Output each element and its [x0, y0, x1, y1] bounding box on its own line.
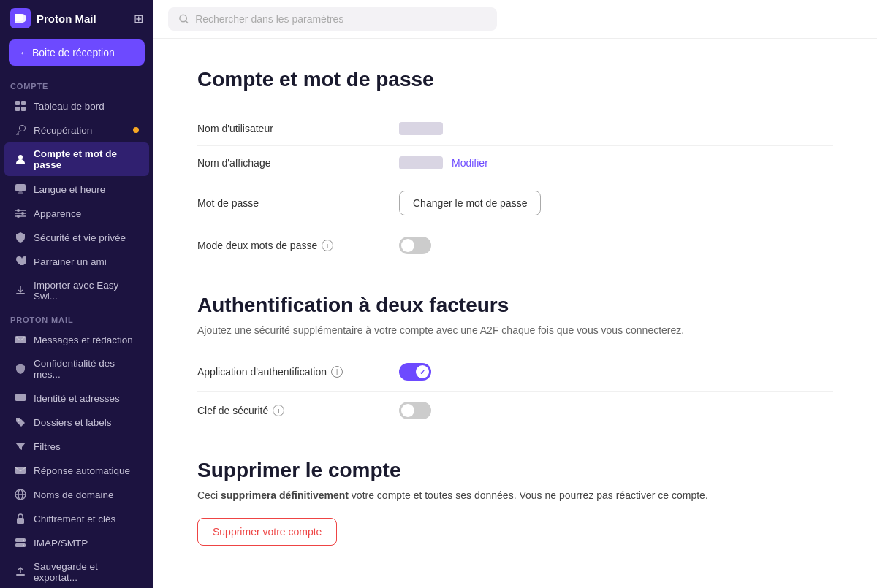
svg-point-9: [17, 215, 20, 218]
delete-account-block: Supprimer le compte Ceci supprimera défi…: [197, 459, 833, 546]
svg-rect-11: [15, 336, 26, 343]
svg-rect-3: [15, 107, 20, 111]
user-icon: [15, 153, 26, 165]
sidebar-item-importer[interactable]: Importer avec Easy Swi...: [4, 274, 149, 308]
username-value: [399, 122, 833, 135]
svg-rect-23: [16, 574, 25, 576]
sidebar-item-label: Réponse automatique: [34, 465, 130, 476]
sidebar-item-recuperation[interactable]: Récupération: [4, 118, 149, 142]
username-label: Nom d'utilisateur: [197, 123, 387, 134]
globe-icon: [15, 489, 26, 500]
sidebar-item-label: Importer avec Easy Swi...: [34, 280, 139, 302]
two-password-toggle[interactable]: [399, 237, 431, 254]
chat-icon: [15, 183, 26, 195]
sidebar-item-label: Sécurité et vie privée: [34, 232, 126, 243]
sidebar-header: Proton Mail ⊞: [0, 0, 153, 37]
sidebar-item-label: Compte et mot de passe: [34, 148, 139, 170]
two-factor-block: Authentification à deux facteurs Ajoutez…: [197, 294, 833, 429]
auth-app-info-icon[interactable]: i: [331, 366, 343, 378]
sidebar-item-label: Récupération: [34, 125, 92, 136]
sidebar-item-label: Apparence: [34, 208, 81, 219]
sidebar-item-securite[interactable]: Sécurité et vie privée: [4, 226, 149, 249]
sidebar-section-compte: Compte Tableau de bord Récupération Comp…: [0, 75, 153, 177]
inbox-button[interactable]: ← Boite de réception: [9, 39, 145, 66]
sidebar-item-imap[interactable]: IMAP/SMTP: [4, 531, 149, 554]
sidebar-item-messages[interactable]: Messages et rédaction: [4, 328, 149, 351]
sidebar-item-label: Sauvegarde et exportat...: [34, 561, 139, 583]
username-row: Nom d'utilisateur: [197, 112, 833, 146]
sidebar-item-parrainer[interactable]: Parrainer un ami: [4, 250, 149, 273]
notification-badge: [133, 127, 139, 133]
search-box: [168, 7, 497, 31]
toggle-knob: [416, 365, 429, 378]
security-key-label: Clef de sécurité i: [197, 405, 387, 416]
sidebar-item-label: Messages et rédaction: [34, 335, 133, 345]
shield-icon: [15, 232, 26, 243]
server-icon: [15, 537, 26, 549]
download-icon: [15, 285, 26, 297]
svg-rect-2: [21, 101, 26, 105]
sidebar-item-compte[interactable]: Compte et mot de passe: [4, 142, 149, 176]
sidebar-item-label: Parrainer un ami: [34, 256, 107, 267]
password-value: Changer le mot de passe: [399, 191, 833, 215]
sidebar-item-label: Tableau de bord: [34, 101, 105, 112]
display-name-redacted: [399, 156, 443, 169]
svg-point-21: [23, 540, 24, 541]
sliders-icon: [15, 207, 26, 219]
apps-icon[interactable]: ⊞: [134, 12, 143, 26]
auth-app-toggle[interactable]: [399, 363, 431, 381]
svg-point-8: [21, 212, 24, 215]
filter-icon: [15, 440, 26, 452]
sidebar-item-label: Filtres: [34, 441, 61, 452]
sidebar-item-label: Dossiers et labels: [34, 417, 112, 428]
sidebar-item-chiffrement[interactable]: Chiffrement et clés: [4, 507, 149, 530]
logo-text: Proton Mail: [37, 12, 96, 25]
svg-point-13: [18, 420, 20, 421]
sidebar-item-label: Chiffrement et clés: [34, 513, 115, 524]
sidebar-item-langue[interactable]: Langue et heure: [4, 177, 149, 201]
sidebar-item-label: IMAP/SMTP: [34, 538, 88, 549]
sidebar-section-prefs: Langue et heure Apparence Sécurité et vi…: [0, 177, 153, 308]
grid-icon: [15, 100, 26, 112]
svg-point-24: [180, 15, 186, 21]
content-area: Compte et mot de passe Nom d'utilisateur…: [153, 39, 877, 588]
two-password-label: Mode deux mots de passe i: [197, 240, 387, 251]
svg-rect-1: [15, 101, 20, 105]
delete-account-desc: Ceci supprimera définitivement votre com…: [197, 488, 833, 503]
modify-link[interactable]: Modifier: [452, 157, 488, 169]
sidebar-item-label: Noms de domaine: [34, 489, 114, 500]
security-key-row: Clef de sécurité i: [197, 392, 833, 429]
sidebar-item-confidentialite[interactable]: Confidentialité des mes...: [4, 352, 149, 386]
auth-app-label: Application d'authentification i: [197, 366, 387, 378]
security-key-info-icon[interactable]: i: [273, 405, 284, 416]
top-bar: [153, 0, 877, 39]
svg-point-5: [18, 155, 23, 159]
svg-rect-6: [15, 184, 26, 191]
sidebar-item-label: Langue et heure: [34, 184, 105, 195]
change-password-button[interactable]: Changer le mot de passe: [399, 191, 541, 215]
two-password-toggle-wrap: [399, 237, 833, 254]
delete-account-button[interactable]: Supprimer votre compte: [197, 518, 337, 546]
svg-rect-4: [21, 107, 26, 111]
sidebar-item-reponse[interactable]: Réponse automatique: [4, 459, 149, 482]
search-input[interactable]: [195, 13, 487, 25]
account-settings-block: Nom d'utilisateur Nom d'affichage Modifi…: [197, 112, 833, 264]
svg-rect-14: [15, 467, 26, 474]
password-label: Mot de passe: [197, 197, 387, 209]
sidebar-item-apparence[interactable]: Apparence: [4, 202, 149, 225]
svg-point-22: [23, 545, 24, 546]
sidebar: Proton Mail ⊞ ← Boite de réception Compt…: [0, 0, 153, 588]
sidebar-item-identite[interactable]: Identité et adresses: [4, 386, 149, 410]
upload-icon: [15, 566, 26, 578]
sidebar-item-filtres[interactable]: Filtres: [4, 435, 149, 458]
display-name-label: Nom d'affichage: [197, 157, 387, 169]
sidebar-item-tableau[interactable]: Tableau de bord: [4, 94, 149, 118]
page-title: Compte et mot de passe: [197, 68, 833, 91]
svg-rect-18: [17, 518, 24, 524]
two-password-info-icon[interactable]: i: [322, 240, 333, 251]
shield2-icon: [15, 363, 26, 375]
sidebar-item-dossiers[interactable]: Dossiers et labels: [4, 411, 149, 434]
sidebar-item-noms[interactable]: Noms de domaine: [4, 483, 149, 506]
sidebar-item-sauvegarde[interactable]: Sauvegarde et exportat...: [4, 555, 149, 588]
security-key-toggle[interactable]: [399, 402, 431, 419]
